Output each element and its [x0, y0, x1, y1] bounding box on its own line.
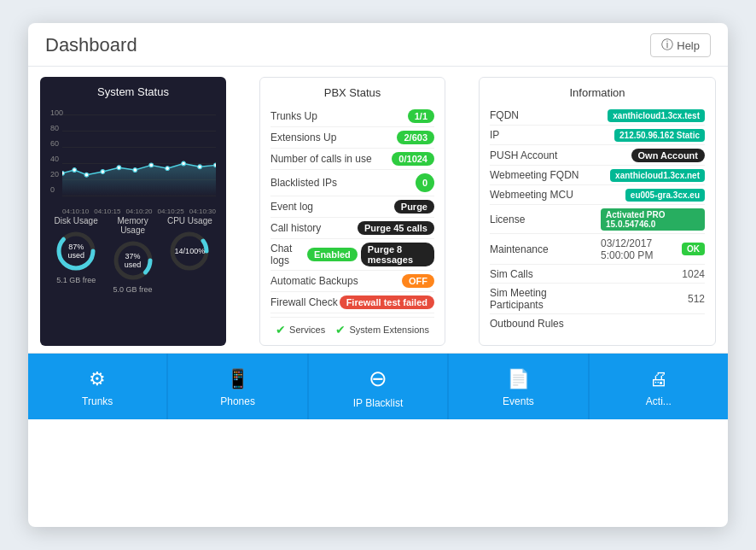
information-title: Information: [490, 86, 705, 99]
svg-point-16: [198, 165, 202, 169]
pbx-row-firewall: Firewall Check Firewall test failed: [270, 292, 434, 313]
active-label: Acti...: [646, 395, 672, 407]
services-check-icon: ✔: [276, 323, 286, 336]
info-row-ip: IP 212.50.96.162 Static: [490, 126, 705, 145]
svg-point-13: [149, 163, 154, 167]
chart-area: 100 80 60 40 20 0: [50, 105, 216, 208]
info-row-sim-meeting: Sim Meeting Participants 512: [490, 284, 705, 314]
dashboard-window: Dashboard ⓘ Help System Status 100 80 60…: [28, 23, 728, 527]
info-row-outbound: Outbound Rules: [490, 314, 705, 332]
info-row-push: PUSH Account Own Account: [490, 145, 705, 166]
system-status-panel: System Status 100 80 60 40 20 0: [40, 77, 226, 346]
dashboard-header: Dashboard ⓘ Help: [28, 23, 728, 67]
pbx-row-event-log: Event log Purge: [270, 196, 434, 218]
svg-point-14: [166, 167, 170, 171]
svg-point-17: [214, 163, 216, 167]
information-panel: Information FQDN xanthicloud1.3cx.test I…: [479, 77, 716, 346]
memory-usage-gauge: MemoryUsage 37% used 5.0 GB free: [111, 216, 155, 294]
info-row-license: License Activated PRO 15.0.54746.0: [490, 205, 705, 234]
phones-label: Phones: [220, 395, 255, 407]
panels-row: System Status 100 80 60 40 20 0: [28, 67, 728, 353]
svg-point-15: [182, 161, 186, 166]
system-extensions-status: ✔ System Extensions: [335, 323, 429, 336]
help-button[interactable]: ⓘ Help: [650, 33, 711, 57]
pbx-footer: ✔ Services ✔ System Extensions: [270, 317, 434, 336]
active-icon: 🖨: [649, 368, 668, 390]
ip-blacklist-icon: ⊖: [369, 366, 387, 392]
pbx-row-backups: Automatic Backups OFF: [270, 271, 434, 292]
chart-y-labels: 100 80 60 40 20 0: [50, 108, 63, 194]
info-row-fqdn: FQDN xanthicloud1.3cx.test: [490, 106, 705, 126]
services-status: ✔ Services: [276, 323, 325, 336]
phones-icon: 📱: [226, 368, 249, 390]
svg-point-10: [101, 170, 105, 174]
toolbar: ⚙ Trunks 📱 Phones ⊖ IP Blacklist 📄 Event…: [28, 353, 728, 419]
pbx-status-panel: PBX Status Trunks Up 1/1 Extensions Up 2…: [259, 77, 445, 346]
info-row-sim-calls: Sim Calls 1024: [490, 265, 705, 284]
pbx-row-extensions: Extensions Up 2/603: [270, 127, 434, 149]
phones-button[interactable]: 📱 Phones: [168, 354, 308, 419]
chart-svg: [62, 108, 216, 202]
cpu-usage-gauge: CPU Usage 14/100%: [167, 216, 212, 294]
memory-donut: 37% used: [111, 238, 155, 283]
info-row-webmeeting-fqdn: Webmeeting FQDN xanthicloud1.3cx.net: [490, 166, 705, 185]
gauges-row: Disk Usage 87% used 5.1 GB free MemoryUs…: [50, 216, 216, 294]
pbx-status-title: PBX Status: [270, 86, 434, 99]
cpu-donut: 14/100%: [167, 229, 212, 273]
page-title: Dashboard: [45, 34, 137, 56]
ip-blacklist-button[interactable]: ⊖ IP Blacklist: [309, 354, 449, 419]
events-button[interactable]: 📄 Events: [449, 354, 589, 419]
svg-point-11: [117, 166, 121, 170]
trunks-button[interactable]: ⚙ Trunks: [28, 354, 168, 419]
chart-x-labels: 04:10:10 04:10:15 04:10:20 04:10:25 04:1…: [50, 208, 216, 215]
disk-usage-gauge: Disk Usage 87% used 5.1 GB free: [54, 216, 98, 294]
svg-point-9: [84, 173, 89, 177]
pbx-row-blacklisted: Blacklisted IPs 0: [270, 170, 434, 196]
help-icon: ⓘ: [661, 38, 673, 53]
ip-blacklist-label: IP Blacklist: [353, 397, 403, 409]
trunks-icon: ⚙: [89, 368, 106, 390]
info-row-maintenance: Maintenance 03/12/2017 5:00:00 PM OK: [490, 234, 705, 265]
events-label: Events: [503, 395, 534, 407]
system-status-title: System Status: [50, 85, 216, 98]
system-extensions-check-icon: ✔: [335, 323, 346, 336]
disk-donut: 87% used: [54, 229, 98, 273]
events-icon: 📄: [507, 368, 530, 390]
pbx-row-calls: Number of calls in use 0/1024: [270, 149, 434, 170]
pbx-row-chat-logs: Chat logs Enabled Purge 8 messages: [270, 239, 434, 271]
info-row-webmeeting-mcu: Webmeeting MCU eu005-gra.3cx.eu: [490, 185, 705, 205]
active-button[interactable]: 🖨 Acti...: [590, 354, 728, 419]
trunks-label: Trunks: [82, 395, 113, 407]
pbx-row-trunks: Trunks Up 1/1: [270, 106, 434, 127]
svg-point-12: [133, 168, 137, 173]
pbx-row-call-history: Call history Purge 45 calls: [270, 218, 434, 239]
svg-point-8: [73, 168, 77, 173]
